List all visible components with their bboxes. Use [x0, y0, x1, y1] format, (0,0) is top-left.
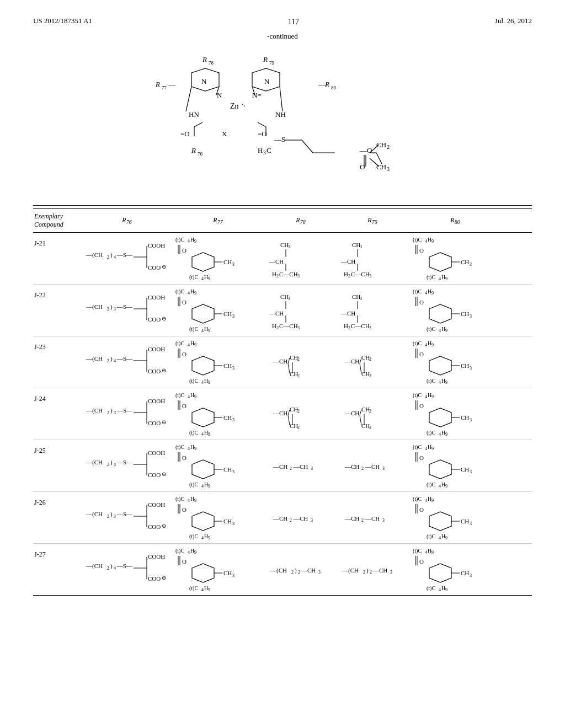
svg-line-260 [288, 410, 290, 415]
svg-text:(t)C: (t)C [413, 548, 422, 554]
svg-text:⊖: ⊖ [162, 367, 166, 373]
cell-r78: —CH 2 —CH 3 [265, 458, 337, 474]
svg-text:2: 2 [276, 274, 279, 279]
svg-text:): ) [110, 511, 113, 518]
svg-text:⊖: ⊖ [162, 315, 166, 322]
svg-text:H: H [272, 271, 276, 277]
svg-text:4: 4 [201, 432, 204, 437]
svg-text:9: 9 [445, 536, 447, 540]
svg-text:4: 4 [201, 380, 204, 385]
svg-text:CH: CH [461, 570, 469, 576]
svg-marker-246 [192, 408, 214, 427]
svg-text:CH: CH [223, 466, 232, 473]
svg-text:X: X [222, 130, 227, 138]
cell-r76: —(CH 2 ) 3 —S— COOH COO ⊖ [83, 393, 171, 435]
svg-text:3: 3 [297, 325, 300, 330]
cell-r76: —(CH 2 ) 4 —S— COOH COO ⊖ [83, 341, 171, 383]
svg-text:2: 2 [369, 425, 371, 430]
svg-text:(t)C: (t)C [175, 237, 184, 243]
svg-text:O: O [182, 247, 186, 254]
svg-text:2: 2 [297, 409, 300, 414]
svg-text:R: R [202, 55, 207, 63]
svg-text:—(CH: —(CH [86, 563, 103, 570]
svg-text:COOH: COOH [148, 501, 165, 508]
svg-text:(t)C: (t)C [175, 496, 184, 502]
svg-text:—CH: —CH [340, 310, 355, 317]
svg-text:9: 9 [445, 587, 447, 592]
svg-text:CH: CH [461, 362, 469, 369]
svg-text:9: 9 [208, 276, 210, 281]
cell-r76: —(CH 2 ) 4 —S— COOH COO ⊖ [83, 445, 171, 486]
svg-text:3: 3 [470, 314, 472, 319]
svg-text:9: 9 [208, 536, 210, 540]
svg-text:⊖: ⊖ [162, 523, 166, 529]
svg-text:—CH: —CH [372, 567, 387, 574]
cell-r80: (t)C 4 H 9 O CH 3 (t)C 4 H 9 [408, 339, 502, 386]
svg-line-45 [376, 153, 382, 164]
svg-text:CH: CH [461, 259, 469, 265]
svg-text:CH: CH [461, 414, 469, 421]
svg-text:4: 4 [188, 291, 190, 296]
svg-text:⊖: ⊖ [162, 419, 166, 425]
cell-r80: (t)C 4 H 9 O CH 3 (t)C 4 H 9 [408, 442, 502, 489]
svg-text:9: 9 [194, 498, 196, 503]
svg-text:2: 2 [348, 274, 350, 279]
svg-text:(t)C: (t)C [427, 274, 435, 281]
svg-text:COO: COO [148, 316, 161, 323]
header-left: US 2012/187351 A1 [33, 17, 92, 25]
header-center: 117 [92, 17, 495, 26]
svg-text:CH: CH [376, 163, 386, 171]
svg-text:—CH: —CH [344, 358, 359, 365]
svg-text:O: O [182, 351, 186, 357]
svg-text:CH: CH [223, 518, 232, 524]
svg-text:4: 4 [425, 394, 427, 399]
svg-text:2: 2 [107, 566, 109, 571]
svg-text:O: O [182, 299, 186, 306]
svg-line-204 [288, 363, 290, 373]
svg-text:CH: CH [223, 259, 232, 265]
svg-text:3: 3 [390, 570, 392, 575]
svg-text:—S—: —S— [116, 303, 133, 310]
svg-text:): ) [295, 567, 297, 574]
table-row: J-22 —(CH 2 ) 3 —S— COOH COO ⊖ [33, 285, 532, 336]
svg-text:4: 4 [439, 380, 441, 385]
svg-text:N: N [217, 91, 222, 99]
svg-text:9: 9 [431, 394, 434, 399]
svg-text:2: 2 [107, 514, 109, 519]
svg-text:80: 80 [331, 85, 337, 90]
svg-text:4: 4 [188, 550, 190, 555]
svg-text:(t)C: (t)C [189, 481, 198, 488]
svg-text:2: 2 [107, 462, 109, 467]
cell-r77: (t)C 4 H 9 O CH 3 (t)C 4 [171, 235, 265, 282]
svg-text:—CH: —CH [344, 410, 359, 416]
svg-text:(t)C: (t)C [427, 585, 435, 592]
svg-text:C—CH: C—CH [279, 271, 298, 277]
col-header-r80: R80 [408, 215, 502, 226]
svg-text:CH: CH [223, 362, 232, 369]
svg-text:COO: COO [148, 575, 161, 582]
main-structure: R 78 R 79 R 77 — — R 80 N N [33, 45, 532, 200]
svg-text:⊖: ⊖ [162, 264, 166, 270]
svg-text:C: C [266, 146, 271, 154]
svg-text:3: 3 [470, 521, 472, 526]
svg-text:4: 4 [114, 255, 116, 260]
svg-text:(t)C: (t)C [189, 326, 198, 333]
cell-r78: —CH 2 —CH 3 [265, 510, 337, 526]
svg-text:—CH: —CH [365, 515, 380, 522]
svg-line-212 [360, 363, 361, 373]
svg-text:): ) [366, 567, 369, 574]
cell-r78: CH 3 —CH H 2 C—CH 3 [265, 240, 337, 276]
col-header-r76: R76 [83, 215, 171, 226]
svg-text:HN: HN [189, 110, 199, 119]
svg-line-33 [258, 122, 266, 127]
svg-text:2: 2 [370, 570, 372, 575]
svg-text:3: 3 [232, 469, 234, 474]
svg-text:(t)C: (t)C [175, 392, 184, 399]
svg-text:COO: COO [148, 420, 161, 426]
svg-text:3: 3 [369, 325, 371, 330]
table-row: J-23 —(CH 2 ) 4 —S— COOH COO ⊖ [33, 336, 532, 388]
svg-text:(t)C: (t)C [189, 378, 198, 384]
svg-text:2: 2 [107, 307, 109, 312]
svg-text:9: 9 [431, 239, 434, 244]
cell-r79: —(CH 2 ) 2 —CH 3 [337, 561, 408, 578]
